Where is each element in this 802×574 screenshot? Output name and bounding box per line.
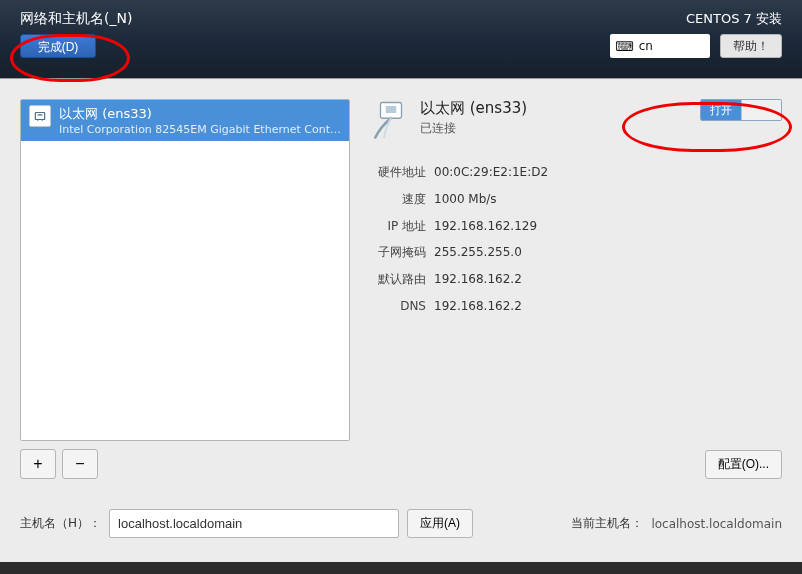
detail-value: 192.168.162.129 [434,215,537,238]
main-content: 以太网 (ens33) Intel Corporation 82545EM Gi… [0,78,802,562]
current-hostname-label: 当前主机名： [571,515,643,532]
ethernet-large-icon [370,99,412,141]
detail-label: 子网掩码 [370,241,426,264]
interface-detail-panel: 以太网 (ens33) 已连接 打开 硬件地址00:0C:29:E2:1E:D2… [350,99,782,479]
detail-label: IP 地址 [370,215,426,238]
keyboard-layout-text: cn [639,39,653,53]
page-title: 网络和主机名(_N) [20,10,132,28]
keyboard-layout-indicator[interactable]: ⌨ cn [610,34,710,58]
interface-toggle[interactable]: 打开 [700,99,782,121]
add-interface-button[interactable]: + [20,449,56,479]
install-title: CENTOS 7 安装 [686,10,782,28]
detail-label: 硬件地址 [370,161,426,184]
detail-value: 255.255.255.0 [434,241,522,264]
interface-list-item[interactable]: 以太网 (ens33) Intel Corporation 82545EM Gi… [21,100,349,141]
interface-list-panel: 以太网 (ens33) Intel Corporation 82545EM Gi… [20,99,350,479]
detail-label: 默认路由 [370,268,426,291]
hostname-row: 主机名（H）： 应用(A) 当前主机名： localhost.localdoma… [20,509,782,538]
detail-value: 192.168.162.2 [434,295,522,318]
svg-rect-2 [386,106,397,113]
detail-label: DNS [370,295,426,318]
interface-name: 以太网 (ens33) [59,105,341,123]
interface-details: 硬件地址00:0C:29:E2:1E:D2 速度1000 Mb/s IP 地址1… [370,159,782,320]
detail-value: 00:0C:29:E2:1E:D2 [434,161,548,184]
interface-list: 以太网 (ens33) Intel Corporation 82545EM Gi… [20,99,350,441]
interface-description: Intel Corporation 82545EM Gigabit Ethern… [59,123,341,136]
header: 网络和主机名(_N) 完成(D) CENTOS 7 安装 ⌨ cn 帮助！ [0,0,802,78]
current-hostname-value: localhost.localdomain [651,517,782,531]
done-button[interactable]: 完成(D) [20,34,96,58]
remove-interface-button[interactable]: − [62,449,98,479]
detail-value: 1000 Mb/s [434,188,497,211]
svg-rect-0 [35,113,44,120]
detail-label: 速度 [370,188,426,211]
hostname-label: 主机名（H）： [20,515,101,532]
toggle-knob [741,100,781,120]
ethernet-icon [29,105,51,127]
hostname-input[interactable] [109,509,399,538]
toggle-on-label: 打开 [701,100,741,120]
configure-button[interactable]: 配置(O)... [705,450,782,479]
keyboard-icon: ⌨ [615,40,634,53]
detail-title: 以太网 (ens33) [420,99,527,118]
detail-status: 已连接 [420,120,527,137]
help-button[interactable]: 帮助！ [720,34,782,58]
apply-hostname-button[interactable]: 应用(A) [407,509,473,538]
detail-value: 192.168.162.2 [434,268,522,291]
